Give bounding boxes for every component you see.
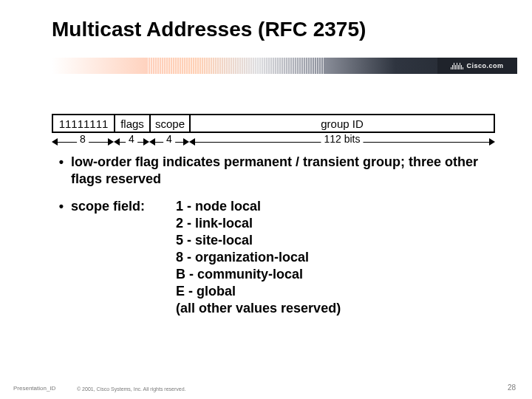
width-label-groupid: 112 bits — [321, 133, 363, 145]
width-label-flags: 4 — [126, 133, 137, 145]
scope-value: 5 - site-local — [176, 232, 341, 249]
addr-cell-groupid: group ID — [191, 115, 494, 132]
bullet-text: low-order flag indicates permanent / tra… — [71, 154, 502, 188]
scope-field-label: scope field: — [71, 198, 145, 215]
addr-cell-flags: flags — [115, 115, 151, 132]
scope-value: (all other values reserved) — [176, 300, 341, 317]
footer-copyright: © 2001, Cisco Systems, Inc. All rights r… — [77, 386, 186, 392]
footer-presentation-id: Presentation_ID — [13, 385, 55, 392]
address-structure-row: 11111111 flags scope group ID — [52, 114, 495, 133]
bullet-item: • low-order flag indicates permanent / t… — [52, 154, 502, 188]
scope-values-list: 1 - node local 2 - link-local 5 - site-l… — [176, 198, 341, 317]
bullet-item: • scope field: 1 - node local 2 - link-l… — [52, 198, 502, 317]
address-widths-row: 8 4 4 112 bits — [52, 134, 495, 151]
addr-cell-scope: scope — [151, 115, 191, 132]
width-label-prefix: 8 — [77, 133, 89, 145]
addr-cell-prefix: 11111111 — [53, 115, 115, 132]
slide: Multicast Addresses (RFC 2375) Cisco.com… — [0, 0, 532, 399]
slide-title: Multicast Addresses (RFC 2375) — [52, 18, 366, 41]
footer-page-number: 28 — [508, 383, 516, 392]
scope-value: 8 - organization-local — [176, 249, 341, 266]
brand-logo: Cisco.com — [437, 58, 517, 74]
cisco-bars-icon — [451, 62, 463, 69]
bullet-marker: • — [52, 198, 71, 317]
bullet-marker: • — [52, 154, 71, 188]
scope-value: B - community-local — [176, 266, 341, 283]
scope-value: 1 - node local — [176, 198, 341, 215]
width-label-scope: 4 — [163, 133, 175, 145]
scope-value: E - global — [176, 283, 341, 300]
brand-text: Cisco.com — [466, 62, 503, 69]
bullet-list: • low-order flag indicates permanent / t… — [52, 154, 502, 327]
scope-value: 2 - link-local — [176, 215, 341, 232]
